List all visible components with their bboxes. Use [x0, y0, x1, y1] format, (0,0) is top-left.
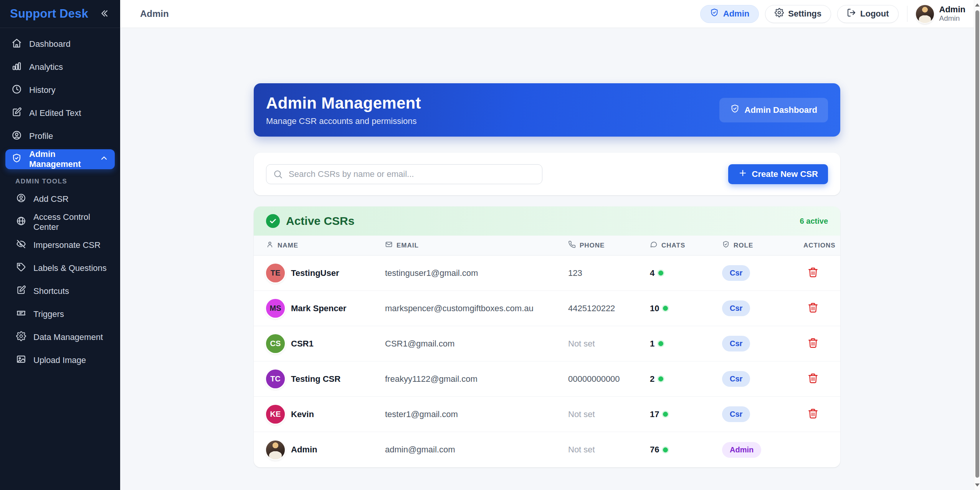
- page-content: Admin Management Manage CSR accounts and…: [120, 28, 974, 490]
- admin-dashboard-label: Admin Dashboard: [745, 105, 817, 115]
- csr-phone: 00000000000: [568, 374, 650, 384]
- tag-icon: [16, 262, 26, 274]
- role-badge: Admin: [722, 442, 761, 458]
- bar-chart-icon: [12, 61, 22, 74]
- user-chip[interactable]: Admin Admin: [916, 5, 965, 23]
- ticket-icon: [16, 308, 26, 320]
- chevrons-left-icon: [99, 8, 110, 20]
- avatar: MS: [266, 299, 285, 318]
- breadcrumb: Admin: [140, 8, 169, 19]
- sidebar-item-impersonate-csr[interactable]: Impersonate CSR: [5, 235, 115, 255]
- sidebar-item-ai-edited-text[interactable]: AI Edited Text: [5, 103, 115, 123]
- chevron-up-icon: [99, 153, 109, 165]
- user-circle-icon: [16, 193, 26, 205]
- edit-icon: [16, 285, 26, 297]
- globe-icon: [16, 216, 26, 228]
- admin-button-label: Admin: [723, 9, 749, 19]
- delete-csr-button[interactable]: [807, 337, 819, 350]
- chat-count: 10: [650, 304, 659, 313]
- sidebar-item-label: Add CSR: [33, 194, 69, 204]
- online-dot: [663, 412, 668, 417]
- main-area: Admin Admin Settings Logout: [120, 0, 974, 490]
- delete-csr-button[interactable]: [807, 267, 819, 279]
- sidebar-collapse-button[interactable]: [99, 8, 110, 20]
- online-dot: [663, 447, 668, 452]
- sidebar-item-label: Labels & Questions: [33, 263, 107, 273]
- sidebar-item-admin-management[interactable]: Admin Management: [5, 149, 115, 169]
- search-input[interactable]: [266, 164, 542, 184]
- sidebar-nav: Dashboard Analytics History AI Edited Te…: [0, 28, 120, 373]
- image-icon: [16, 354, 26, 366]
- gear-icon: [775, 8, 784, 20]
- sidebar-item-label: Impersonate CSR: [33, 240, 101, 250]
- online-dot: [658, 376, 663, 381]
- settings-button-label: Settings: [788, 9, 821, 19]
- csr-email: admin@gmail.com: [385, 445, 568, 455]
- app-logo: Support Desk: [10, 7, 88, 21]
- admin-tools-section-label: ADMIN TOOLS: [5, 172, 115, 189]
- scroll-up-arrow[interactable]: [975, 3, 980, 7]
- column-header-name: Name: [266, 241, 385, 250]
- table-header-row: Name Email Phone Chats: [254, 236, 840, 256]
- trash-icon: [807, 373, 819, 385]
- chat-count: 17: [650, 409, 659, 419]
- role-badge: Csr: [722, 265, 750, 281]
- delete-csr-button[interactable]: [807, 373, 819, 385]
- sidebar-item-triggers[interactable]: Triggers: [5, 304, 115, 324]
- avatar: TE: [266, 264, 285, 282]
- search-card: Create New CSR: [254, 153, 840, 195]
- sidebar-item-label: Shortcuts: [33, 286, 69, 296]
- csr-name: TestingUser: [291, 268, 339, 278]
- sidebar-item-profile[interactable]: Profile: [5, 126, 115, 146]
- phone-icon: [568, 241, 576, 250]
- delete-csr-button[interactable]: [807, 302, 819, 315]
- csr-phone: 123: [568, 268, 650, 278]
- sidebar-item-data-management[interactable]: Data Management: [5, 327, 115, 347]
- shield-check-icon: [12, 153, 22, 166]
- eye-off-icon: [16, 239, 26, 251]
- logout-icon: [847, 8, 856, 20]
- admin-management-banner: Admin Management Manage CSR accounts and…: [254, 83, 840, 137]
- chat-count: 4: [650, 268, 654, 278]
- admin-dashboard-badge[interactable]: Admin Dashboard: [719, 98, 828, 122]
- trash-icon: [807, 337, 819, 350]
- sidebar-item-analytics[interactable]: Analytics: [5, 57, 115, 77]
- csr-email: CSR1@gmail.com: [385, 339, 568, 349]
- sidebar-item-labels-questions[interactable]: Labels & Questions: [5, 258, 115, 278]
- divider: [907, 6, 907, 22]
- delete-csr-button[interactable]: [807, 408, 819, 421]
- vertical-scrollbar[interactable]: [974, 0, 980, 490]
- user-circle-icon: [12, 130, 22, 143]
- scrollbar-thumb[interactable]: [975, 10, 979, 478]
- envelope-icon: [385, 241, 393, 250]
- logout-button-label: Logout: [860, 9, 889, 19]
- sidebar-item-dashboard[interactable]: Dashboard: [5, 34, 115, 54]
- column-header-phone: Phone: [568, 241, 650, 250]
- sidebar-item-add-csr[interactable]: Add CSR: [5, 189, 115, 209]
- active-count-badge: 6 active: [800, 217, 828, 226]
- shield-check-icon: [710, 8, 719, 20]
- csr-email: tester1@gmail.com: [385, 409, 568, 419]
- sidebar-item-access-control-center[interactable]: Access Control Center: [5, 212, 115, 232]
- page-title: Admin Management: [266, 94, 421, 112]
- trash-icon: [807, 267, 819, 279]
- csr-email: freakyy1122@gmail.com: [385, 374, 568, 384]
- logout-button[interactable]: Logout: [837, 5, 899, 23]
- csr-phone: Not set: [568, 445, 650, 455]
- sidebar-item-history[interactable]: History: [5, 80, 115, 100]
- scroll-down-arrow[interactable]: [975, 483, 980, 487]
- sidebar-item-label: Upload Image: [33, 355, 86, 365]
- user-avatar: [916, 5, 934, 23]
- column-header-email: Email: [385, 241, 568, 250]
- sidebar-item-upload-image[interactable]: Upload Image: [5, 350, 115, 370]
- chat-count: 76: [650, 445, 659, 455]
- settings-button[interactable]: Settings: [765, 5, 831, 23]
- chat-count: 2: [650, 374, 654, 384]
- csr-phone: 4425120222: [568, 304, 650, 313]
- sidebar-item-shortcuts[interactable]: Shortcuts: [5, 281, 115, 301]
- admin-role-button[interactable]: Admin: [700, 5, 759, 23]
- create-new-csr-button[interactable]: Create New CSR: [728, 164, 828, 184]
- sidebar-item-label: Triggers: [33, 309, 64, 319]
- table-row: MS Mark Spencer markspencer@customgiftbo…: [254, 291, 840, 326]
- table-row: KE Kevin tester1@gmail.com Not set 17 Cs…: [254, 397, 840, 432]
